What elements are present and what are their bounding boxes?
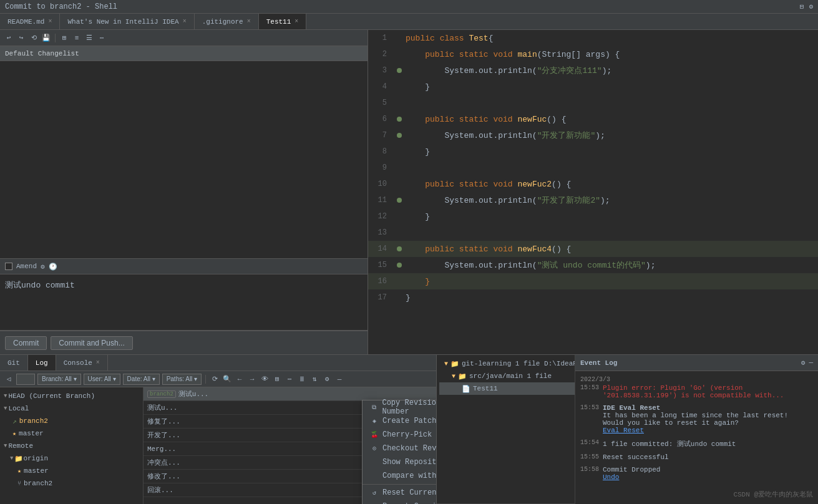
close-tab-readme[interactable]: × [48, 18, 52, 25]
tree-remote-branch2[interactable]: ⑂ branch2 [0, 477, 143, 490]
ctx-cherry-pick[interactable]: 🍒 Cherry-Pick [363, 428, 436, 442]
git-tab-console[interactable]: Console × [56, 355, 108, 371]
bookmarks-icon[interactable]: ≡ [72, 33, 82, 43]
code-line-17: 17 } [368, 289, 818, 306]
tree-origin-folder[interactable]: ▼ 📁 origin [0, 452, 143, 465]
ctx-compare-local[interactable]: Compare with Local [363, 469, 436, 483]
amend-checkbox[interactable] [5, 263, 12, 270]
redo-icon[interactable]: ↪ [16, 33, 26, 43]
tab-gitignore[interactable]: .gitignore × [195, 14, 259, 29]
code-line-1: 1 public class Test{ [368, 30, 818, 46]
tree-master[interactable]: ★ master [0, 427, 143, 440]
commit-badge-0: branch2 [147, 390, 176, 398]
code-panel: 1 public class Test{ 2 public static voi… [368, 30, 818, 354]
git-log-tabs: Git Log Console × [0, 355, 436, 371]
git-search-input[interactable] [16, 374, 35, 385]
event-log-panel: Event Log ⚙ — 2022/3/3 15:53 Plugin erro… [575, 355, 818, 504]
event-entry-1: 15:53 IDE Eval Reset It has been a long … [580, 404, 813, 434]
date-filter[interactable]: Date: All ▾ [123, 374, 160, 385]
bottom-section: Git Log Console × ◁ Branch: All ▾ User: … [0, 354, 818, 504]
ctx-create-patch[interactable]: ◈ Create Patch... [363, 414, 436, 428]
repo-icon [370, 458, 379, 467]
tree-branch2[interactable]: ↗ branch2 [0, 415, 143, 427]
ctx-checkout-revision[interactable]: ⊙ Checkout Revision '2c195fcc' [363, 442, 436, 455]
code-line-11: 11 System.out.println("开发了新功能2"); [368, 192, 818, 208]
paths-filter[interactable]: Paths: All ▾ [162, 374, 202, 385]
sort-alpha-icon[interactable]: ≣ [297, 374, 307, 384]
toolbar-sep2 [205, 375, 206, 384]
eye-off-icon[interactable]: 👁 [260, 374, 270, 384]
commit-message-area[interactable]: 测试undo commit [0, 274, 368, 331]
code-line-8: 8 } [368, 143, 818, 160]
search-log-icon[interactable]: 🔍 [222, 374, 232, 384]
graph-icon[interactable]: ⊞ [272, 374, 282, 384]
close-tab-gitignore[interactable]: × [247, 18, 251, 25]
tree-head-branch[interactable]: ▼ HEAD (Current Branch) [0, 390, 143, 402]
amend-history-icon[interactable]: 🕐 [49, 263, 57, 271]
settings-icon[interactable]: ⚙ [809, 2, 813, 11]
minimize-log-icon[interactable]: — [334, 374, 344, 384]
commit-button[interactable]: Commit [5, 336, 47, 350]
branch-filter[interactable]: Branch: All ▾ [37, 374, 81, 385]
checkout-icon: ⊙ [370, 444, 379, 453]
tab-readme[interactable]: README.md × [0, 14, 60, 29]
code-line-16: 16 } [368, 273, 818, 289]
event-entry-2: 15:54 1 file committed: 测试undo commit [580, 439, 813, 448]
code-line-2: 2 public static void main(String[] args)… [368, 46, 818, 62]
tree-local-section[interactable]: ▼ Local [0, 402, 143, 415]
code-line-13: 13 [368, 225, 818, 241]
undo-link[interactable]: Undo [603, 473, 619, 481]
log-more-icon[interactable]: ⋯ [285, 374, 295, 384]
event-settings-icon[interactable]: ⚙ [801, 359, 806, 367]
reset-icon: ↺ [370, 488, 379, 497]
undo-icon[interactable]: ↩ [4, 33, 14, 43]
save-icon[interactable]: 💾 [41, 33, 51, 43]
code-line-10: 10 public static void newFuc2() { [368, 176, 818, 192]
tree-remote-master[interactable]: ★ master [0, 465, 143, 477]
sort-num-icon[interactable]: ⇅ [309, 374, 319, 384]
commit-and-push-button[interactable]: Commit and Push... [51, 336, 132, 350]
branch2-arrow-icon: ↗ [12, 417, 17, 425]
arrow-left-icon[interactable]: ← [235, 374, 245, 384]
git-tab-git[interactable]: Git [0, 355, 28, 371]
master-star-icon: ★ [12, 430, 16, 437]
list-icon[interactable]: ☰ [84, 33, 94, 43]
event-entry-4: 15:58 Commit Dropped Undo [580, 466, 813, 481]
event-date: 2022/3/3 [580, 376, 813, 383]
tree-remote-section[interactable]: ▼ Remote [0, 440, 143, 452]
code-line-9: 9 [368, 160, 818, 176]
user-filter[interactable]: User: All ▾ [84, 374, 120, 385]
settings-gear-icon[interactable]: ⚙ [322, 374, 332, 384]
git-log-panel: Git Log Console × ◁ Branch: All ▾ User: … [0, 355, 437, 504]
git-tab-log[interactable]: Log [28, 355, 56, 371]
refresh-log-icon[interactable]: ⟳ [210, 374, 220, 384]
commit-log-list: branch2 测试u... 测试u... 11:24 修复了... 11:21… [144, 387, 436, 504]
arrow-right-icon[interactable]: → [247, 374, 257, 384]
tree-chevron-head: ▼ [4, 393, 7, 399]
close-tab-test11[interactable]: × [295, 18, 298, 25]
tab-whats-new[interactable]: What's New in IntelliJ IDEA × [60, 14, 194, 29]
structure-icon[interactable]: ⊞ [59, 33, 69, 43]
event-minimize-icon[interactable]: — [809, 359, 813, 367]
amend-settings-icon[interactable]: ⚙ [41, 263, 45, 271]
git-log-toolbar: ◁ Branch: All ▾ User: All ▾ Date: All ▾ … [0, 371, 436, 387]
code-line-3: 3 System.out.println("分支冲突点111"); [368, 62, 818, 79]
ctx-show-repository[interactable]: Show Repository at Revision [363, 455, 436, 469]
event-log-icons: ⚙ — [801, 359, 813, 367]
minimize-icon[interactable]: ⊟ [800, 2, 804, 11]
tab-test11[interactable]: Test11 × [259, 14, 307, 29]
ctx-reset-branch[interactable]: ↺ Reset Current Branch to Here... [363, 486, 436, 500]
file-test11-icon: 📄 [462, 385, 470, 393]
sidebar-toggle-icon[interactable]: ◁ [4, 374, 14, 384]
origin-folder-icon: 📁 [14, 455, 23, 463]
ctx-revert-commit[interactable]: ⟲ Revert Commit [363, 500, 436, 504]
close-tab-whats-new[interactable]: × [183, 18, 187, 25]
close-console-tab[interactable]: × [96, 359, 100, 366]
watermark: CSDN @爱吃牛肉的灰老鼠 [733, 490, 813, 499]
more-icon[interactable]: ⋯ [97, 33, 107, 43]
ctx-copy-revision[interactable]: ⧉ Copy Revision Number Ctrl+Alt+Shift+C [363, 400, 436, 414]
eval-reset-link[interactable]: Eval Reset [603, 427, 644, 434]
revert-icon[interactable]: ⟲ [29, 33, 39, 43]
copy-icon: ⧉ [370, 403, 378, 412]
code-line-12: 12 } [368, 208, 818, 225]
